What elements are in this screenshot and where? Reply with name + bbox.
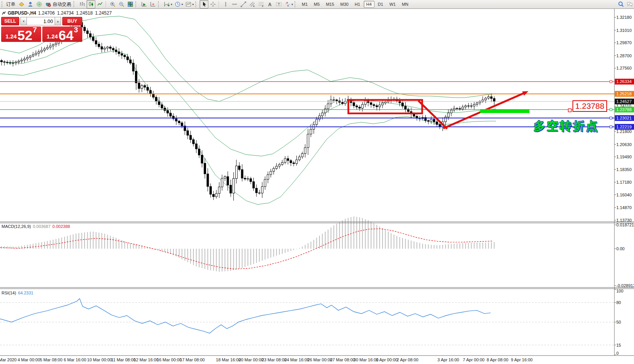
- sell-price-main: 52: [17, 30, 32, 41]
- svg-text:T: T: [278, 2, 280, 6]
- svg-text:26 Mar 00:00: 26 Mar 00:00: [308, 357, 333, 362]
- community-chat-icon[interactable]: [625, 0, 634, 8]
- svg-text:9 Apr 16:00: 9 Apr 16:00: [511, 357, 532, 362]
- toolbar-grip[interactable]: [158, 1, 161, 7]
- autotrading-label[interactable]: 自动交易: [53, 1, 71, 8]
- svg-text:11 Mar 08:00: 11 Mar 08:00: [111, 357, 136, 362]
- svg-text:100: 100: [616, 289, 623, 293]
- chart-title-bar: GBPUSD-,H4 1.24706 1.24734 1.24518 1.245…: [2, 10, 112, 16]
- dropdown-caret-icon[interactable]: ▾: [192, 3, 194, 6]
- buy-price-main: 64: [58, 30, 73, 41]
- timeframe-button-m1[interactable]: M1: [299, 1, 310, 8]
- svg-text:17 Mar 08:00: 17 Mar 08:00: [180, 357, 205, 362]
- turning-point-annotation[interactable]: 多空转折点: [534, 118, 599, 134]
- new-order-icon[interactable]: [17, 0, 26, 8]
- line-chart-button[interactable]: [95, 0, 104, 8]
- new-order-label[interactable]: 订单: [6, 1, 15, 8]
- market-watch-icon[interactable]: [26, 0, 35, 8]
- timeframe-button-m30[interactable]: M30: [338, 1, 351, 8]
- text-tool-button[interactable]: A: [265, 0, 274, 8]
- mt4-window: { "toolbar": { "order_label": "订单", "aut…: [0, 0, 634, 364]
- svg-text:4 Mar 00:00: 4 Mar 00:00: [18, 357, 40, 362]
- dropdown-caret-icon[interactable]: ▾: [291, 3, 293, 6]
- buy-price-panel[interactable]: 1.24 64 3: [42, 27, 82, 42]
- svg-text:80: 80: [616, 300, 621, 305]
- svg-text:1.18350: 1.18350: [616, 167, 632, 172]
- auto-scroll-button[interactable]: [140, 0, 148, 8]
- buy-price-pip: 3: [74, 26, 78, 34]
- toolbar-grip[interactable]: [295, 1, 297, 7]
- candlestick-chart-button[interactable]: [87, 0, 95, 8]
- quote-open: 1.24706: [38, 10, 55, 16]
- timeframe-button-w1[interactable]: W1: [387, 1, 399, 8]
- sell-price-prefix: 1.24: [5, 33, 17, 40]
- timeframe-button-m15[interactable]: M15: [323, 1, 337, 8]
- arrows-tool-button[interactable]: [283, 0, 292, 8]
- time-axis[interactable]: Mar 20204 Mar 00:005 Mar 08:006 Mar 16:0…: [0, 357, 532, 362]
- fibonacci-tool-button[interactable]: F: [256, 0, 265, 8]
- svg-text:50: 50: [616, 320, 621, 324]
- equidistant-channel-tool-button[interactable]: E: [248, 0, 256, 8]
- cursor-tool-button[interactable]: [200, 0, 208, 8]
- svg-text:30 Mar 16:00: 30 Mar 16:00: [354, 357, 379, 362]
- toolbar-grip[interactable]: [73, 1, 76, 7]
- svg-text:2 Apr 08:00: 2 Apr 08:00: [397, 357, 418, 362]
- chart-shift-button[interactable]: [148, 0, 157, 8]
- svg-text:E: E: [253, 5, 255, 7]
- chart-symbol-icon: [2, 11, 6, 15]
- periods-button[interactable]: [173, 0, 182, 8]
- macd-signal-value: 0.002388: [52, 224, 70, 229]
- svg-text:1.32180: 1.32180: [616, 15, 632, 20]
- timeframe-button-m5[interactable]: M5: [311, 1, 322, 8]
- trendline-tool-button[interactable]: [239, 0, 248, 8]
- horizontal-line-tool-button[interactable]: [230, 0, 239, 8]
- autotrading-icon[interactable]: [43, 0, 52, 8]
- svg-text:23 Mar 08:00: 23 Mar 08:00: [262, 357, 287, 362]
- svg-text:8 Apr 08:00: 8 Apr 08:00: [487, 357, 508, 362]
- tile-windows-button[interactable]: [126, 0, 135, 8]
- svg-text:1.26334: 1.26334: [616, 79, 632, 84]
- svg-text:1.20630: 1.20630: [616, 142, 632, 147]
- templates-button[interactable]: [184, 0, 193, 8]
- text-label-tool-button[interactable]: T: [274, 0, 283, 8]
- svg-text:0.018721: 0.018721: [616, 223, 634, 227]
- volume-input[interactable]: [27, 17, 55, 25]
- svg-text:27 Mar 08:00: 27 Mar 08:00: [330, 357, 355, 362]
- volume-increase-button[interactable]: ▲: [55, 17, 61, 25]
- svg-text:1.22219: 1.22219: [616, 125, 632, 129]
- toolbar-grip[interactable]: [135, 1, 138, 7]
- macd-indicator-label: MACD(12,26,9)0.0036870.002388: [2, 224, 70, 229]
- toolbar-grip[interactable]: [195, 1, 198, 7]
- svg-text:1.19490: 1.19490: [616, 155, 632, 159]
- volume-decrease-button[interactable]: ▼: [20, 17, 27, 25]
- svg-text:0.00: 0.00: [616, 246, 624, 251]
- zoom-in-button[interactable]: [108, 0, 117, 8]
- svg-text:1.31010: 1.31010: [616, 28, 632, 33]
- svg-text:1.23021: 1.23021: [616, 116, 632, 120]
- dropdown-caret-icon[interactable]: ▾: [171, 3, 172, 6]
- dropdown-caret-icon[interactable]: ▾: [181, 3, 183, 6]
- svg-text:1.23788: 1.23788: [616, 107, 632, 112]
- zoom-out-button[interactable]: [117, 0, 126, 8]
- svg-text:12 Mar 16:00: 12 Mar 16:00: [134, 357, 159, 362]
- crosshair-tool-button[interactable]: [208, 0, 217, 8]
- support-highlight-bar[interactable]: [480, 109, 529, 113]
- timeframe-button-d1[interactable]: D1: [375, 1, 386, 8]
- indicators-button[interactable]: [162, 0, 171, 8]
- data-feed-icon[interactable]: [35, 0, 43, 8]
- sell-button[interactable]: SELL: [1, 17, 19, 25]
- timeframe-button-h1[interactable]: H1: [352, 1, 363, 8]
- buy-button[interactable]: BUY: [62, 17, 82, 25]
- callout-handle[interactable]: [568, 109, 571, 112]
- bar-chart-button[interactable]: [78, 0, 87, 8]
- sell-price-panel[interactable]: 1.24 52 7: [1, 27, 41, 42]
- price-level-callout[interactable]: 1.23788: [572, 100, 607, 112]
- svg-text:1.21800: 1.21800: [616, 129, 632, 134]
- toolbar-grip[interactable]: [2, 1, 4, 7]
- timeframe-button-h4[interactable]: H4: [364, 1, 374, 8]
- search-icon[interactable]: [616, 0, 625, 8]
- svg-text:1.16040: 1.16040: [616, 193, 632, 197]
- timeframe-button-mn[interactable]: MN: [399, 1, 411, 8]
- rsi-indicator-label: RSI(14)64.2331: [2, 291, 33, 295]
- vertical-line-tool-button[interactable]: [221, 0, 230, 8]
